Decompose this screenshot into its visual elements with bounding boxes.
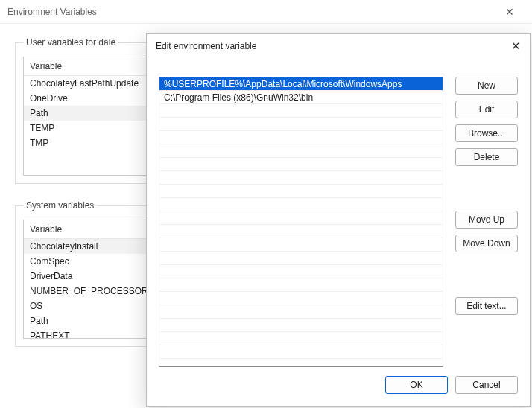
dialog-footer: OK Cancel: [147, 376, 518, 397]
dialog-title: Edit environment variable: [156, 41, 500, 51]
path-entry-row[interactable]: [159, 211, 443, 225]
path-entry-row[interactable]: [159, 185, 443, 198]
path-entry-row[interactable]: [159, 225, 443, 238]
new-button[interactable]: New: [455, 77, 518, 95]
path-entry-row[interactable]: [159, 292, 443, 305]
env-vars-title: Environment Variables: [7, 7, 495, 17]
move-down-button[interactable]: Move Down: [455, 235, 518, 252]
browse-button[interactable]: Browse...: [455, 124, 518, 142]
delete-button[interactable]: Delete: [455, 148, 518, 166]
cancel-button[interactable]: Cancel: [455, 376, 518, 394]
dialog-button-column: New Edit Browse... Delete Move Up Move D…: [455, 77, 518, 315]
path-entry-row[interactable]: [159, 198, 443, 211]
path-entry-row[interactable]: [159, 332, 443, 345]
path-entry-row[interactable]: [159, 131, 443, 144]
path-entry-row[interactable]: C:\Program Files (x86)\GnuWin32\bin: [159, 91, 443, 104]
button-spacer: [455, 258, 518, 291]
edit-env-var-dialog: Edit environment variable ✕ %USERPROFILE…: [146, 33, 531, 407]
close-icon[interactable]: ✕: [495, 6, 525, 18]
edit-text-button[interactable]: Edit text...: [455, 297, 518, 315]
path-entry-row[interactable]: [159, 265, 443, 278]
path-entry-row[interactable]: [159, 305, 443, 319]
close-icon[interactable]: ✕: [500, 39, 521, 53]
path-entry-row[interactable]: [159, 158, 443, 171]
ok-button[interactable]: OK: [385, 376, 448, 394]
dialog-titlebar: Edit environment variable ✕: [147, 34, 530, 59]
path-entry-row[interactable]: [159, 104, 443, 118]
path-entry-row[interactable]: %USERPROFILE%\AppData\Local\Microsoft\Wi…: [159, 77, 443, 91]
user-vars-legend: User variables for dale: [23, 37, 118, 48]
edit-button[interactable]: Edit: [455, 101, 518, 118]
move-up-button[interactable]: Move Up: [455, 211, 518, 229]
path-entry-row[interactable]: [159, 252, 443, 265]
env-vars-titlebar: Environment Variables ✕: [0, 0, 532, 24]
path-entry-row[interactable]: [159, 118, 443, 131]
path-entries-list[interactable]: %USERPROFILE%\AppData\Local\Microsoft\Wi…: [159, 77, 443, 367]
path-entry-row[interactable]: [159, 171, 443, 185]
path-entry-row[interactable]: [159, 319, 443, 332]
system-vars-legend: System variables: [23, 200, 97, 211]
dialog-body: %USERPROFILE%\AppData\Local\Microsoft\Wi…: [159, 77, 518, 369]
path-entry-row[interactable]: [159, 144, 443, 158]
path-entry-row[interactable]: [159, 345, 443, 359]
path-entry-row[interactable]: [159, 238, 443, 252]
button-spacer: [455, 172, 518, 205]
path-entry-row[interactable]: [159, 278, 443, 292]
